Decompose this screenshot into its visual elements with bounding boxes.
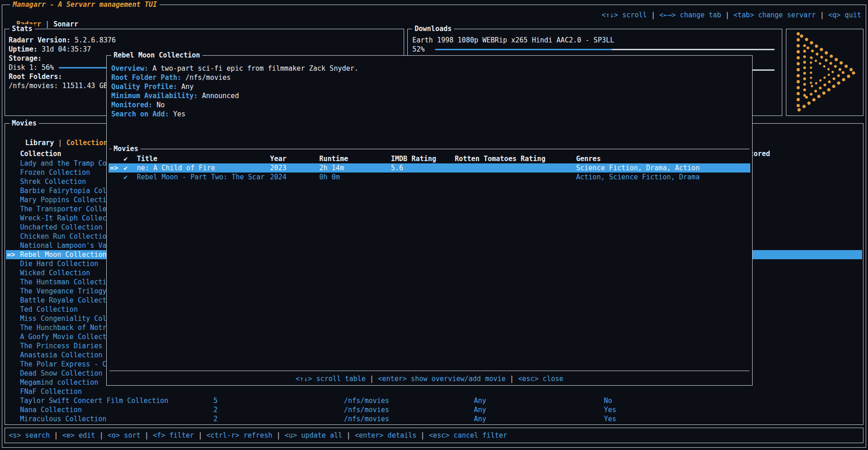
movies-table-header: ✔TitleYearRuntimeIMDB RatingRotten Tomat… [109,154,750,163]
keybind-hint: <u> update all [285,431,342,440]
movie-cell-runtime: 2h 14m [319,163,344,173]
collection-cell: /nfs/movies [344,405,389,414]
movies-table-column-header: Title [137,154,157,163]
keybind-hint: <esc> close [518,375,563,383]
movie-cell-genres: Science Fiction, Drama, Action [576,163,700,173]
modal-field-value: Yes [173,110,185,118]
movies-table-column-header: Rotten Tomatoes Rating [455,154,546,163]
keybind-separator: | [416,431,429,440]
movie-cell-title: Rebel Moon - Part Two: The Scar [137,173,265,182]
tab-collections[interactable]: Collections [66,139,111,147]
storage-label: Storage: [9,54,42,63]
movies-table-column-header: IMDB Rating [391,154,436,163]
modal-table-bottom-border [109,371,749,371]
uptime: Uptime:31d 04:35:37 [9,45,91,54]
help-keybinds: <s> search | <e> edit | <o> sort | <f> f… [9,431,507,440]
keybind-hint: <↑↓> scroll [602,11,647,19]
collection-name: Taylor Swift Concert Film Collection [20,396,168,405]
managarr-logo [786,29,863,115]
collection-cell: Yes [604,414,616,424]
keybind-hint: <e> edit [62,431,95,440]
collection-column-header: Collection [20,149,61,158]
keybind-separator: | [194,431,206,440]
collection-name: Miraculous Collection [20,414,107,424]
keybind-separator: | [140,431,153,440]
collection-list-item[interactable]: FNaF Collection [6,387,862,396]
modal-field-label: Root Folder Path: [111,73,182,82]
app-title: Managarr - A Servarr management TUI [10,0,160,9]
collection-cell: Any [474,414,486,424]
modal-field-value: No [156,101,165,109]
movies-panel-title: Movies [10,119,39,128]
collection-list-item[interactable]: Miraculous Collection2/nfs/moviesAnyYes [6,414,862,424]
modal-field: Overview:A two-part sci-fi epic from fil… [111,64,359,73]
movie-cell-check: ✔ [124,173,128,182]
collection-list-item[interactable]: Nana Collection2/nfs/moviesAnyYes [6,405,862,414]
movies-tabs: Library|Collections [9,129,112,138]
collection-cell: 5 [213,396,218,405]
keybind-hint: <o> sort [108,431,140,440]
tab-separator: | [41,20,53,28]
collection-name: The Huntsman Collecti [20,277,107,287]
selection-marker: => [110,163,118,173]
keybind-hint: <s> search [9,431,50,440]
collection-name: The Transporter Colle [20,204,107,214]
keybind-separator: | [816,11,828,19]
collection-name: Dead Snow Collection [20,369,103,378]
collection-name: Battle Royale Collect [20,296,107,305]
collection-name: A Goofy Movie Collect [20,332,107,341]
root-folder: /nfs/movies:11511.43 GB [9,81,108,90]
movie-row[interactable]: ✔Rebel Moon - Part Two: The Scar20240h 0… [109,173,750,182]
movies-table-column-header: Genres [576,154,601,163]
modal-field: Monitored:No [111,100,165,110]
collection-name: National Lampoon's Va [20,241,107,250]
keybind-separator: | [366,375,378,383]
collection-cell: 2 [213,414,218,424]
keybind-separator: | [343,431,355,440]
modal-field-label: Search on Add: [111,110,169,118]
movie-cell-imdb: 5.6 [391,163,403,173]
collection-cell: Any [474,405,486,414]
keybind-separator: | [272,431,285,440]
movie-cell-year: 2024 [270,173,286,182]
movie-cell-runtime: 0h 0m [319,173,340,182]
movies-table-column-header: Year [270,154,286,163]
collection-name: Lady and the Tramp Co [20,159,107,168]
movies-table-column-header: Runtime [319,154,348,163]
collection-name: Megamind collection [20,378,99,387]
collection-details-modal: Rebel Moon Collection Overview:A two-par… [106,55,753,386]
modal-field-value: A two-part sci-fi epic from filmmaker Za… [152,64,359,73]
servarr-tabs: Radarr|Sonarr [8,10,78,20]
modal-keybinds: <↑↓> scroll table | <enter> show overvie… [107,374,752,383]
collection-name: FNaF Collection [20,387,82,396]
collection-name: Wreck-It Ralph Collec [20,214,107,223]
collection-name: Shrek Collection [20,177,86,186]
keybind-hint: <←→> change tab [659,11,721,19]
collection-name: Mary Poppins Collecti [20,195,107,204]
movie-cell-check: ✔ [124,163,128,173]
keybind-hint: <esc> cancel filter [429,431,507,440]
movie-cell-title: ne: A Child of Fire [137,163,215,173]
radarr-version-label: Radarr Version: [9,36,70,44]
tab-library[interactable]: Library [25,139,54,147]
modal-field-label: Monitored: [111,101,152,109]
collection-name: Anastasia Collection [20,351,103,360]
keybind-separator: | [506,375,518,383]
collection-cell: Yes [604,405,616,414]
collection-name: The Princess Diaries [20,341,103,351]
global-keybinds: <↑↓> scroll | <←→> change tab | <tab> ch… [602,10,861,20]
modal-field-value: /nfs/movies [186,73,231,82]
modal-field-value: Any [182,83,194,91]
keybind-hint: <q> quit [828,11,861,19]
radarr-version-value: 5.2.6.8376 [74,36,115,44]
disk-usage: Disk 1:56% [9,63,54,72]
collection-list-item[interactable]: Taylor Swift Concert Film Collection5/nf… [6,396,862,405]
collection-name: The Vengeance Trilogy [20,287,107,296]
movie-row[interactable]: =>✔ne: A Child of Fire20232h 14m5.6Scien… [109,163,750,173]
keybind-hint: <f> filter [153,431,194,440]
collection-name: The Polar Express - C [20,360,107,369]
tab-sonarr[interactable]: Sonarr [53,20,78,28]
keybind-separator: | [647,11,659,19]
collection-name: Nana Collection [20,405,82,414]
help-bar: <s> search | <e> edit | <o> sort | <f> f… [5,428,863,443]
